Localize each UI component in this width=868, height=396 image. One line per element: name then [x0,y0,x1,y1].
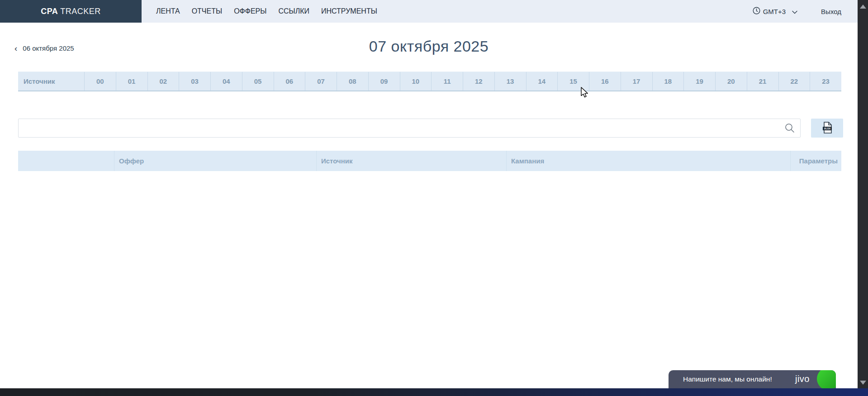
logout-button[interactable]: Выход [821,8,841,15]
vertical-scrollbar[interactable] [858,0,868,388]
logo-bold: CPA [41,7,58,16]
chat-message: Напишите нам, мы онлайн! [669,375,772,383]
hour-cell-01[interactable]: 01 [116,72,148,91]
hour-cell-11[interactable]: 11 [432,72,463,91]
hour-cell-16[interactable]: 16 [589,72,621,91]
hour-cell-02[interactable]: 02 [148,72,180,91]
timezone-dropdown[interactable]: GMT+3 [753,7,797,16]
app-logo[interactable]: CPATRACKER [0,0,142,23]
hour-cell-22[interactable]: 22 [779,72,811,91]
xlsx-file-icon: XLSX [822,122,833,135]
jivo-logo: jivo [795,374,810,384]
hour-cell-03[interactable]: 03 [179,72,211,91]
hour-cell-00[interactable]: 00 [85,72,116,91]
hours-header-row: Источник 00 01 02 03 04 05 06 07 08 09 1… [18,72,841,91]
hour-cell-04[interactable]: 04 [211,72,242,91]
export-xlsx-button[interactable]: XLSX [811,119,843,138]
hour-cell-15[interactable]: 15 [558,72,589,91]
hour-cell-06[interactable]: 06 [274,72,306,91]
hour-cell-12[interactable]: 12 [463,72,495,91]
column-header-campaign[interactable]: Кампания [507,151,791,171]
clock-icon [753,7,760,16]
timezone-label: GMT+3 [763,8,786,15]
scrollbar-up-arrow[interactable] [860,5,866,9]
nav-item-reports[interactable]: ОТЧЕТЫ [192,7,223,15]
chat-widget[interactable]: Напишите нам, мы онлайн! jivo [669,370,836,388]
hour-cell-09[interactable]: 09 [369,72,400,91]
hour-cell-10[interactable]: 10 [400,72,432,91]
topbar-right: GMT+3 Выход [753,0,858,23]
scrollbar-down-arrow[interactable] [860,381,866,385]
search-input[interactable] [18,119,801,138]
hour-cell-17[interactable]: 17 [621,72,653,91]
jivo-leaf-icon [817,370,836,388]
top-navigation-bar: CPATRACKER ЛЕНТА ОТЧЕТЫ ОФФЕРЫ ССЫЛКИ ИН… [0,0,858,23]
nav-item-lenta[interactable]: ЛЕНТА [156,7,180,15]
chevron-down-icon [792,8,797,15]
hour-cell-19[interactable]: 19 [684,72,716,91]
main-nav: ЛЕНТА ОТЧЕТЫ ОФФЕРЫ ССЫЛКИ ИНСТРУМЕНТЫ [142,0,753,23]
hour-cell-23[interactable]: 23 [810,72,841,91]
bottom-window-strip [0,388,868,396]
hour-cell-20[interactable]: 20 [716,72,747,91]
data-table-header: Оффер Источник Кампания Параметры [18,151,841,171]
page: CPATRACKER ЛЕНТА ОТЧЕТЫ ОФФЕРЫ ССЫЛКИ ИН… [0,0,868,396]
search-icon[interactable] [784,123,795,135]
hour-cell-13[interactable]: 13 [495,72,526,91]
nav-item-tools[interactable]: ИНСТРУМЕНТЫ [321,7,377,15]
search-bar [18,119,801,138]
hours-source-header: Источник [18,72,85,91]
column-header-empty [18,151,114,171]
hour-cell-14[interactable]: 14 [526,72,558,91]
app-logo-text: CPATRACKER [41,7,101,16]
hour-cell-08[interactable]: 08 [337,72,369,91]
hour-cell-07[interactable]: 07 [305,72,337,91]
page-title: 07 октября 2025 [0,38,858,55]
column-header-offer[interactable]: Оффер [114,151,317,171]
hour-cell-18[interactable]: 18 [653,72,684,91]
svg-text:XLSX: XLSX [824,127,830,130]
column-header-source[interactable]: Источник [317,151,507,171]
hour-cell-21[interactable]: 21 [747,72,779,91]
logo-light: TRACKER [60,7,101,16]
hour-cell-05[interactable]: 05 [242,72,274,91]
column-header-params[interactable]: Параметры [791,151,841,171]
nav-item-offers[interactable]: ОФФЕРЫ [234,7,266,15]
nav-item-links[interactable]: ССЫЛКИ [278,7,309,15]
